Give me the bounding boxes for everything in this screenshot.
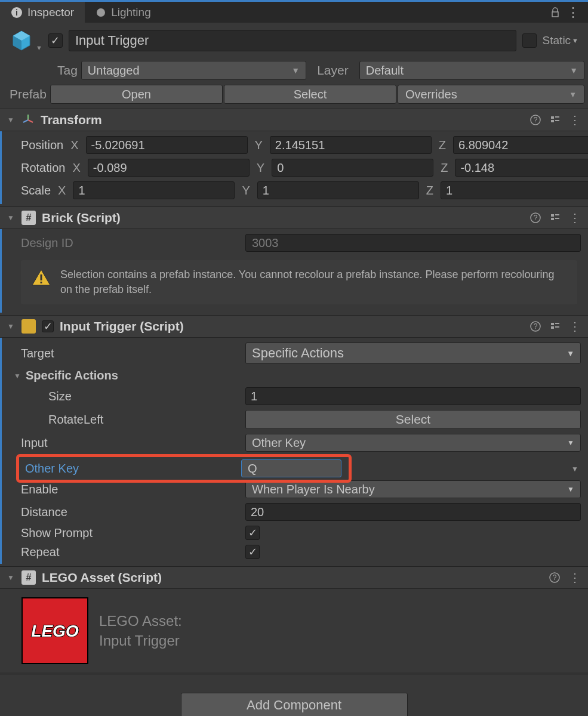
svg-rect-24 xyxy=(555,323,559,324)
chevron-down-icon[interactable]: ▼ xyxy=(36,44,42,51)
input-dropdown[interactable]: Other Key▼ xyxy=(245,434,581,452)
light-icon xyxy=(96,7,106,18)
brick-component: ▼ # Brick (Script) ? ⋮ Design ID 3003 Se… xyxy=(0,206,588,313)
svg-rect-13 xyxy=(555,214,559,215)
tab-label: Lighting xyxy=(111,6,151,19)
lego-logo: LEGO xyxy=(21,597,88,664)
svg-rect-14 xyxy=(555,218,559,219)
svg-rect-19 xyxy=(30,323,32,325)
scale-label: Scale xyxy=(21,184,51,197)
input-label: Input xyxy=(21,436,242,450)
svg-rect-16 xyxy=(41,282,42,283)
other-key-label: Other Key xyxy=(25,462,238,476)
component-title: LEGO Asset (Script) xyxy=(42,570,543,585)
scale-y-input[interactable] xyxy=(257,181,419,199)
target-dropdown[interactable]: Specific Actions▼ xyxy=(245,342,581,364)
enable-dropdown[interactable]: When Player Is Nearby▼ xyxy=(245,480,581,498)
script-icon: # xyxy=(21,211,36,225)
distance-input[interactable] xyxy=(245,503,581,521)
repeat-label: Repeat xyxy=(21,545,242,559)
svg-rect-22 xyxy=(551,323,554,325)
layer-dropdown[interactable]: Default▼ xyxy=(359,61,584,80)
static-dropdown[interactable]: Static▼ xyxy=(543,34,578,47)
svg-rect-18 xyxy=(25,323,27,325)
tab-inspector[interactable]: i Inspector xyxy=(0,2,85,23)
prefab-open-button[interactable]: Open xyxy=(50,85,223,104)
foldout-icon[interactable]: ▼ xyxy=(7,322,16,331)
help-icon[interactable]: ? xyxy=(529,114,541,126)
scale-x-input[interactable] xyxy=(73,181,235,199)
menu-icon[interactable]: ⋮ xyxy=(569,211,581,225)
cube-icon[interactable] xyxy=(10,29,33,53)
foldout-icon[interactable]: ▼ xyxy=(7,214,16,222)
active-checkbox[interactable] xyxy=(48,33,63,48)
repeat-checkbox[interactable] xyxy=(245,545,260,559)
svg-text:?: ? xyxy=(534,116,538,124)
svg-rect-8 xyxy=(555,120,559,121)
script-icon: # xyxy=(21,570,36,585)
lego-asset-value: Input Trigger xyxy=(99,631,182,651)
info-icon: i xyxy=(11,7,23,18)
menu-icon[interactable]: ⋮ xyxy=(569,319,581,334)
help-icon[interactable]: ? xyxy=(529,320,541,332)
foldout-icon[interactable]: ▼ xyxy=(7,573,16,582)
rotate-left-select-button[interactable]: Select xyxy=(245,410,581,429)
preset-icon[interactable] xyxy=(550,212,561,223)
rotate-left-label: RotateLeft xyxy=(21,413,242,427)
lego-asset-component: ▼ # LEGO Asset (Script) ? ⋮ LEGO LEGO As… xyxy=(0,566,588,672)
help-icon[interactable]: ? xyxy=(529,212,541,224)
lock-icon[interactable] xyxy=(550,7,561,18)
show-prompt-checkbox[interactable] xyxy=(245,526,260,540)
input-trigger-component: ▼ Input Trigger (Script) ? ⋮ Target Spec… xyxy=(0,315,588,564)
static-checkbox[interactable] xyxy=(522,33,537,48)
chevron-down-icon[interactable]: ▼ xyxy=(571,465,578,473)
design-id-value: 3003 xyxy=(245,234,581,252)
menu-icon[interactable]: ⋮ xyxy=(569,570,581,585)
foldout-icon[interactable]: ▼ xyxy=(14,372,22,380)
prefab-overrides-dropdown[interactable]: Overrides▼ xyxy=(398,85,584,104)
scale-z-input[interactable] xyxy=(441,181,588,199)
size-input[interactable] xyxy=(245,387,581,405)
svg-rect-25 xyxy=(555,326,559,328)
rotation-x-input[interactable] xyxy=(88,159,250,177)
svg-text:?: ? xyxy=(553,573,557,582)
enable-label: Enable xyxy=(21,483,242,496)
foldout-icon[interactable]: ▼ xyxy=(7,116,16,124)
position-y-input[interactable] xyxy=(270,136,432,154)
svg-rect-17 xyxy=(24,325,33,331)
tag-dropdown[interactable]: Untagged▼ xyxy=(81,61,306,80)
preset-icon[interactable] xyxy=(550,321,561,332)
menu-icon[interactable]: ⋮ xyxy=(567,5,580,20)
component-enable-checkbox[interactable] xyxy=(42,320,54,332)
svg-rect-12 xyxy=(551,218,554,220)
warning-text: Selection contains a prefab instance. Yo… xyxy=(60,267,568,297)
position-z-input[interactable] xyxy=(453,136,588,154)
tag-label: Tag xyxy=(4,63,78,78)
transform-component: ▼ Transform ? ⋮ Position X Y Z Rotation … xyxy=(0,109,588,204)
design-id-label: Design ID xyxy=(21,236,242,250)
svg-rect-15 xyxy=(41,274,42,280)
svg-rect-6 xyxy=(551,120,554,122)
specific-actions-label: Specific Actions xyxy=(26,369,247,382)
svg-rect-23 xyxy=(551,326,554,329)
help-icon[interactable]: ? xyxy=(549,572,561,584)
rotation-y-input[interactable] xyxy=(272,159,433,177)
menu-icon[interactable]: ⋮ xyxy=(569,113,581,127)
axis-x-label: X xyxy=(67,138,82,152)
add-component-button[interactable]: Add Component xyxy=(181,693,408,716)
svg-point-2 xyxy=(97,8,105,17)
component-title: Brick (Script) xyxy=(42,211,524,225)
gameobject-name-input[interactable] xyxy=(69,30,516,51)
prefab-select-button[interactable]: Select xyxy=(224,85,396,104)
other-key-dropdown[interactable]: Q xyxy=(241,459,341,477)
rotation-z-input[interactable] xyxy=(455,159,588,177)
tab-lighting[interactable]: Lighting xyxy=(85,2,162,23)
size-label: Size xyxy=(21,390,242,403)
position-x-input[interactable] xyxy=(86,136,248,154)
component-title: Transform xyxy=(41,113,524,127)
preset-icon[interactable] xyxy=(550,115,561,125)
svg-text:?: ? xyxy=(534,322,538,331)
lego-asset-heading: LEGO Asset: xyxy=(99,611,182,631)
svg-text:i: i xyxy=(16,8,18,17)
component-title: Input Trigger (Script) xyxy=(60,319,524,334)
